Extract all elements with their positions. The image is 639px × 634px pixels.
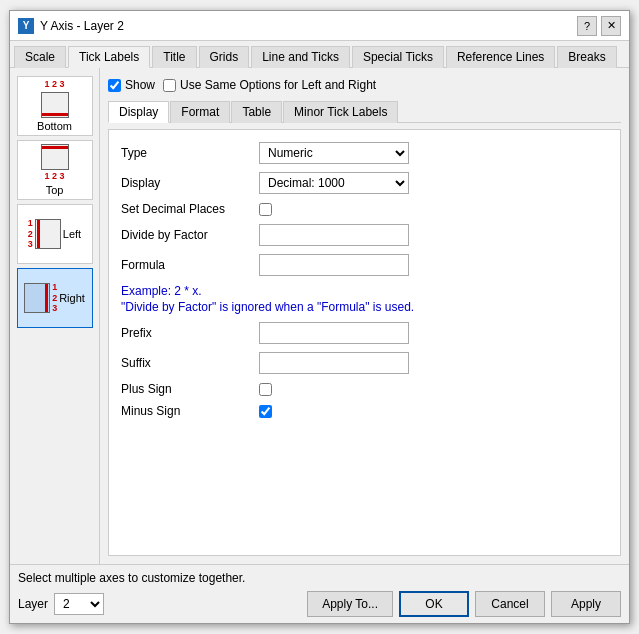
same-options-label: Use Same Options for Left and Right	[180, 78, 376, 92]
top-label: Top	[46, 184, 64, 196]
display-select[interactable]: Decimal: 1000 Decimal: 1,000 Scientific …	[259, 172, 409, 194]
sub-tabs: Display Format Table Minor Tick Labels	[108, 100, 621, 123]
bottom-area: Select multiple axes to customize togeth…	[10, 564, 629, 623]
right-box-icon	[24, 283, 50, 313]
tab-tick-labels[interactable]: Tick Labels	[68, 46, 150, 68]
dialog-icon: Y	[18, 18, 34, 34]
plus-sign-row: Plus Sign	[121, 382, 608, 396]
ok-button[interactable]: OK	[399, 591, 469, 617]
set-decimal-label: Set Decimal Places	[121, 202, 251, 216]
sidebar-item-top[interactable]: 1 2 3 Top	[17, 140, 93, 200]
sidebar-item-right[interactable]: 123 Right	[17, 268, 93, 328]
plus-sign-label: Plus Sign	[121, 382, 251, 396]
formula-input[interactable]	[259, 254, 409, 276]
sub-tab-minor-tick-labels[interactable]: Minor Tick Labels	[283, 101, 398, 123]
sub-tab-display[interactable]: Display	[108, 101, 169, 123]
formula-row: Formula	[121, 254, 608, 276]
sidebar: 1 2 3 Bottom 1 2 3 Top 123	[10, 68, 100, 564]
minus-sign-label: Minus Sign	[121, 404, 251, 418]
title-controls: ? ✕	[577, 16, 621, 36]
apply-to-button[interactable]: Apply To...	[307, 591, 393, 617]
layer-label: Layer	[18, 597, 48, 611]
right-panel: Show Use Same Options for Left and Right…	[100, 68, 629, 564]
tab-breaks[interactable]: Breaks	[557, 46, 616, 68]
close-button[interactable]: ✕	[601, 16, 621, 36]
type-row: Type Numeric Text Date Time	[121, 142, 608, 164]
prefix-input[interactable]	[259, 322, 409, 344]
warning-text: "Divide by Factor" is ignored when a "Fo…	[121, 300, 608, 314]
main-tabs: Scale Tick Labels Title Grids Line and T…	[10, 41, 629, 68]
content-area: 1 2 3 Bottom 1 2 3 Top 123	[10, 68, 629, 564]
minus-sign-row: Minus Sign	[121, 404, 608, 418]
show-row: Show Use Same Options for Left and Right	[108, 76, 621, 94]
tab-scale[interactable]: Scale	[14, 46, 66, 68]
tab-grids[interactable]: Grids	[199, 46, 250, 68]
dialog-title: Y Axis - Layer 2	[40, 19, 124, 33]
layer-select[interactable]: 1 2 3 4	[54, 593, 104, 615]
suffix-row: Suffix	[121, 352, 608, 374]
prefix-row: Prefix	[121, 322, 608, 344]
help-button[interactable]: ?	[577, 16, 597, 36]
show-checkbox-label[interactable]: Show	[108, 78, 155, 92]
apply-button[interactable]: Apply	[551, 591, 621, 617]
show-label: Show	[125, 78, 155, 92]
divide-by-factor-label: Divide by Factor	[121, 228, 251, 242]
left-nums-icon: 123	[28, 218, 33, 250]
dialog: Y Y Axis - Layer 2 ? ✕ Scale Tick Labels…	[9, 10, 630, 624]
suffix-label: Suffix	[121, 356, 251, 370]
status-text: Select multiple axes to customize togeth…	[18, 571, 621, 585]
type-label: Type	[121, 146, 251, 160]
display-label: Display	[121, 176, 251, 190]
left-label: Left	[63, 228, 81, 240]
example-text: Example: 2 * x.	[121, 284, 608, 298]
bottom-box-icon	[41, 92, 69, 118]
bottom-row: Layer 1 2 3 4 Apply To... OK Cancel Appl…	[18, 591, 621, 617]
left-box-icon	[35, 219, 61, 249]
prefix-label: Prefix	[121, 326, 251, 340]
right-nums-icon: 123	[52, 282, 57, 314]
tab-title[interactable]: Title	[152, 46, 196, 68]
title-bar-left: Y Y Axis - Layer 2	[18, 18, 124, 34]
same-options-checkbox-label[interactable]: Use Same Options for Left and Right	[163, 78, 376, 92]
set-decimal-checkbox[interactable]	[259, 203, 272, 216]
suffix-input[interactable]	[259, 352, 409, 374]
same-options-checkbox[interactable]	[163, 79, 176, 92]
divide-by-factor-input[interactable]	[259, 224, 409, 246]
sub-tab-table[interactable]: Table	[231, 101, 282, 123]
bottom-label: Bottom	[37, 120, 72, 132]
sidebar-item-left[interactable]: 123 Left	[17, 204, 93, 264]
title-bar: Y Y Axis - Layer 2 ? ✕	[10, 11, 629, 41]
plus-sign-checkbox[interactable]	[259, 383, 272, 396]
set-decimal-row: Set Decimal Places	[121, 202, 608, 216]
divide-by-factor-row: Divide by Factor	[121, 224, 608, 246]
tab-reference-lines[interactable]: Reference Lines	[446, 46, 555, 68]
bottom-nums-icon: 1 2 3	[44, 80, 64, 90]
cancel-button[interactable]: Cancel	[475, 591, 545, 617]
type-select[interactable]: Numeric Text Date Time	[259, 142, 409, 164]
top-nums-icon: 1 2 3	[44, 172, 64, 182]
display-row: Display Decimal: 1000 Decimal: 1,000 Sci…	[121, 172, 608, 194]
tab-special-ticks[interactable]: Special Ticks	[352, 46, 444, 68]
top-box-icon	[41, 144, 69, 170]
sidebar-item-bottom[interactable]: 1 2 3 Bottom	[17, 76, 93, 136]
right-label: Right	[59, 292, 85, 304]
show-checkbox[interactable]	[108, 79, 121, 92]
minus-sign-checkbox[interactable]	[259, 405, 272, 418]
formula-label: Formula	[121, 258, 251, 272]
sub-tab-format[interactable]: Format	[170, 101, 230, 123]
tab-line-and-ticks[interactable]: Line and Ticks	[251, 46, 350, 68]
display-panel: Type Numeric Text Date Time Display Deci…	[108, 129, 621, 556]
